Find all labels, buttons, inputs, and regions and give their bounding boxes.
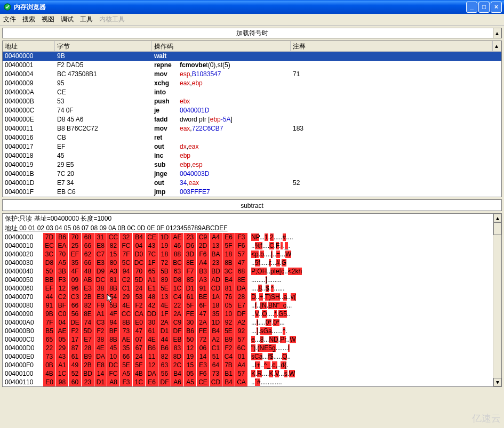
hex-byte[interactable]: 01 [235, 352, 248, 361]
hex-byte[interactable]: 72 [197, 335, 210, 344]
symbol-bar-scroll[interactable]: ▴ [493, 28, 501, 38]
hex-byte[interactable]: 15 [184, 361, 197, 369]
hex-byte[interactable]: 1D [210, 318, 222, 327]
hex-byte[interactable]: DF [171, 327, 184, 335]
hex-byte[interactable]: AE [171, 233, 184, 241]
hex-byte[interactable]: 7F [120, 250, 133, 259]
hex-byte[interactable]: FE [184, 310, 197, 318]
hex-byte[interactable]: F6 [197, 369, 210, 378]
hex-row[interactable]: 00400030D8A53566E3805CDC1F72BC8EA4238B47… [3, 259, 501, 267]
hex-byte[interactable]: 5E [158, 284, 171, 293]
hex-byte[interactable]: 83 [171, 344, 184, 352]
menu-search[interactable]: 搜索 [22, 15, 35, 24]
hex-byte[interactable]: 73 [210, 369, 222, 378]
hex-byte[interactable]: 57 [235, 369, 248, 378]
hex-byte[interactable]: FE [197, 327, 210, 335]
hex-byte[interactable]: 1D [158, 233, 171, 241]
hex-byte[interactable]: 14 [197, 352, 210, 361]
hex-byte[interactable]: 24 [133, 352, 146, 361]
disasm-row[interactable]: 004000009Bwait [3, 52, 501, 61]
hex-byte[interactable]: 29 [120, 293, 133, 301]
hex-byte[interactable]: C3 [94, 318, 107, 327]
hex-byte[interactable]: B6 [146, 344, 158, 352]
hex-byte[interactable]: 3D [184, 250, 197, 259]
hex-byte[interactable]: F2 [222, 344, 235, 352]
hex-byte[interactable]: E3 [94, 259, 107, 267]
hex-byte[interactable]: 61 [184, 293, 197, 301]
hex-byte[interactable]: 35 [69, 259, 82, 267]
disasm-row[interactable]: 0040000ACEinto [3, 88, 501, 97]
hex-byte[interactable]: 8B [222, 259, 235, 267]
disasm-row[interactable]: 0040001929 E5subebp,esp [3, 160, 501, 169]
hex-byte[interactable]: 12 [146, 361, 158, 369]
hex-byte[interactable]: 7D [43, 233, 56, 241]
hex-byte[interactable]: 17 [69, 335, 82, 344]
hex-byte[interactable]: 42 [146, 301, 158, 310]
hex-byte[interactable]: 19 [158, 241, 171, 250]
hex-byte[interactable]: BA [210, 250, 222, 259]
hex-byte[interactable]: E0 [133, 318, 146, 327]
hex-byte[interactable]: 53 [133, 293, 146, 301]
hex-byte[interactable]: 04 [133, 241, 146, 250]
hex-byte[interactable]: F3 [120, 378, 133, 386]
col-header-comment[interactable]: 注释 [291, 41, 492, 52]
hex-byte[interactable]: 43 [56, 352, 69, 361]
hex-byte[interactable]: A3 [107, 267, 120, 276]
hex-byte[interactable]: 25 [69, 241, 82, 250]
hex-byte[interactable]: 70 [133, 267, 146, 276]
maximize-button[interactable]: □ [478, 2, 490, 13]
menu-tools[interactable]: 工具 [80, 15, 93, 24]
hex-byte[interactable]: 8E [82, 310, 94, 318]
hex-byte[interactable]: B6 [56, 233, 69, 241]
hex-byte[interactable]: B6 [184, 327, 197, 335]
hex-byte[interactable]: A4 [210, 233, 222, 241]
hex-row[interactable]: 004000007DB6706831CC32B4CE1DAE23C9A4E6F3… [3, 233, 501, 241]
hex-byte[interactable]: D1 [184, 284, 197, 293]
hex-byte[interactable]: 4E [120, 301, 133, 310]
hex-byte[interactable]: D6 [184, 241, 197, 250]
hex-byte[interactable]: 05 [222, 301, 235, 310]
hex-byte[interactable]: 70 [56, 250, 69, 259]
hex-byte[interactable]: 18 [210, 301, 222, 310]
hex-byte[interactable]: A2 [210, 335, 222, 344]
hex-byte[interactable]: 22 [43, 344, 56, 352]
hex-byte[interactable]: E0 [43, 378, 56, 386]
hex-byte[interactable]: 1C [171, 284, 184, 293]
hex-byte[interactable]: EC [43, 241, 56, 250]
hex-byte[interactable]: 30 [184, 318, 197, 327]
hex-byte[interactable]: D9 [94, 267, 107, 276]
hex-byte[interactable]: 80 [107, 259, 120, 267]
hex-byte[interactable]: DA [235, 284, 248, 293]
hex-byte[interactable]: 3C [43, 250, 56, 259]
hex-byte[interactable]: 66 [120, 352, 133, 361]
hex-byte[interactable]: E6 [146, 378, 158, 386]
hex-byte[interactable]: 28 [235, 293, 248, 301]
hex-byte[interactable]: 57 [235, 250, 248, 259]
hex-byte[interactable]: 64 [210, 361, 222, 369]
hex-byte[interactable]: 91 [43, 301, 56, 310]
hex-row[interactable]: 00400060EF1296E3388BC124E15E1CD191CD81DA… [3, 284, 501, 293]
hex-byte[interactable]: A1 [146, 276, 158, 284]
hex-byte[interactable]: 6C [235, 344, 248, 352]
hex-byte[interactable]: DD [146, 310, 158, 318]
hex-byte[interactable]: 4E [158, 301, 171, 310]
hex-byte[interactable]: 38 [94, 284, 107, 293]
hex-byte[interactable]: 92 [222, 318, 235, 327]
hex-byte[interactable]: 13 [210, 241, 222, 250]
hex-byte[interactable]: 1C [56, 369, 69, 378]
hex-byte[interactable]: 70 [69, 233, 82, 241]
hex-byte[interactable]: A1 [56, 361, 69, 369]
hex-byte[interactable]: 89 [158, 276, 171, 284]
hex-byte[interactable]: 12 [56, 284, 69, 293]
hex-byte[interactable]: 38 [94, 335, 107, 344]
hex-byte[interactable]: 43 [146, 241, 158, 250]
hex-byte[interactable]: 06 [197, 344, 210, 352]
hex-byte[interactable]: BF [56, 301, 69, 310]
hex-byte[interactable]: CA [133, 310, 146, 318]
hex-byte[interactable]: 45 [107, 344, 120, 352]
hex-byte[interactable]: 94 [107, 318, 120, 327]
hex-byte[interactable]: 4F [69, 267, 82, 276]
hex-row[interactable]: 004000A07F04DE74C3948BE0302AC9302A1D92A2… [3, 318, 501, 327]
hex-byte[interactable]: 05 [184, 369, 197, 378]
hex-byte[interactable]: 67 [133, 344, 146, 352]
